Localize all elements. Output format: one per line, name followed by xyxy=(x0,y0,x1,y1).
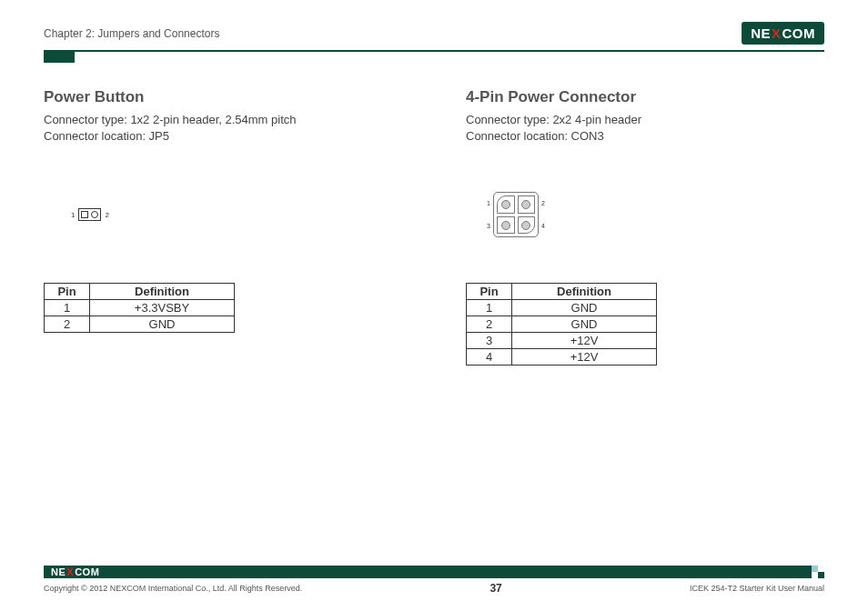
th-definition: Definition xyxy=(512,284,657,300)
connector-type: Connector type: 1x2 2-pin header, 2.54mm… xyxy=(44,112,402,128)
header-rule xyxy=(44,50,824,52)
copyright-text: Copyright © 2012 NEXCOM International Co… xyxy=(44,584,302,593)
pin-cell-4 xyxy=(518,216,536,235)
table-row: 3+12V xyxy=(467,333,657,349)
table-row: 1GND xyxy=(467,300,657,316)
page-tab-marker xyxy=(44,52,75,63)
pin-label-1: 1 xyxy=(487,200,490,206)
nexcom-logo: NEXCOM xyxy=(742,22,824,45)
power-button-pin-table: Pin Definition 1 +3.3VSBY 2 GND xyxy=(44,283,235,333)
pin-cell-1 xyxy=(497,195,515,214)
nexcom-logo-footer: NEXCOM xyxy=(51,566,99,577)
section-title: Power Button xyxy=(44,88,402,106)
pin-2-icon xyxy=(91,211,98,218)
th-pin: Pin xyxy=(45,284,90,300)
table-row: 2GND xyxy=(467,316,657,333)
4pin-power-section: 4-Pin Power Connector Connector type: 2x… xyxy=(466,88,824,366)
section-title: 4-Pin Power Connector xyxy=(466,88,824,106)
connector-2x2-diagram: 1 2 3 4 xyxy=(493,192,539,237)
pin-1-icon xyxy=(81,211,88,218)
manual-title: ICEK 254-T2 Starter Kit User Manual xyxy=(690,584,824,593)
th-definition: Definition xyxy=(90,284,235,300)
chapter-title: Chapter 2: Jumpers and Connectors xyxy=(44,27,219,40)
4pin-power-pin-table: Pin Definition 1GND 2GND 3+12V 4+12V xyxy=(466,283,657,366)
power-button-section: Power Button Connector type: 1x2 2-pin h… xyxy=(44,88,402,366)
table-row: 4+12V xyxy=(467,349,657,366)
pin-label-2: 2 xyxy=(541,200,545,206)
page-number: 37 xyxy=(490,582,501,595)
page-footer: NEXCOM Copyright © 2012 NEXCOM Internati… xyxy=(44,566,824,595)
table-row: 2 GND xyxy=(45,316,235,333)
connector-type: Connector type: 2x2 4-pin header xyxy=(466,112,824,128)
page-header: Chapter 2: Jumpers and Connectors NEXCOM xyxy=(44,22,824,45)
connector-location: Connector location: JP5 xyxy=(44,128,402,145)
pin-label-1: 1 xyxy=(71,211,75,219)
pin-label-4: 4 xyxy=(541,223,545,229)
table-row: 1 +3.3VSBY xyxy=(45,300,235,316)
pin-cell-3 xyxy=(497,216,515,235)
th-pin: Pin xyxy=(467,284,512,300)
pin-label-3: 3 xyxy=(487,223,490,229)
connector-location: Connector location: CON3 xyxy=(466,128,824,145)
connector-1x2-diagram: 1 2 xyxy=(71,208,109,221)
pin-cell-2 xyxy=(518,195,536,214)
pin-label-2: 2 xyxy=(105,211,108,219)
footer-decoration-icon xyxy=(812,566,824,578)
